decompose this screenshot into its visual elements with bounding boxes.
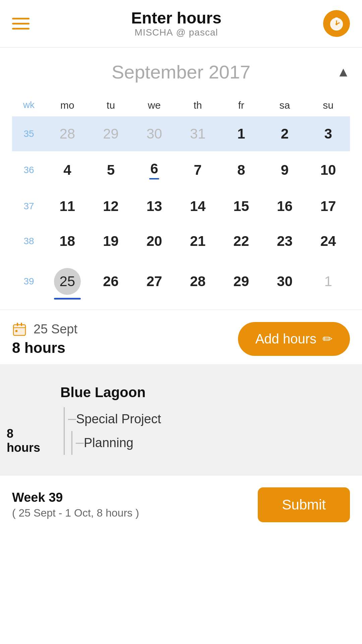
project-tree: Special Project Planning <box>64 407 350 455</box>
add-hours-label: Add hours <box>255 331 316 346</box>
day-cell-selected[interactable]: 25 <box>46 259 89 304</box>
day-cell[interactable]: 28 <box>46 116 89 151</box>
timer-button[interactable] <box>323 10 350 37</box>
day-cell[interactable]: 20 <box>132 224 176 259</box>
calendar-section: September 2017 ▲ wk mo tu we th fr sa su… <box>0 48 362 304</box>
col-header-su: su <box>306 100 350 116</box>
submit-button[interactable]: Submit <box>258 487 350 522</box>
svg-rect-10 <box>21 323 22 326</box>
col-header-mo: mo <box>46 100 89 116</box>
user-name: MISCHA <box>135 27 173 38</box>
week-number-38[interactable]: 38 <box>12 224 46 259</box>
day-cell[interactable]: 11 <box>46 189 89 224</box>
header-title-block: Enter hours MISCHA @ pascal <box>131 9 221 38</box>
user-subtitle: MISCHA @ pascal <box>131 27 221 38</box>
calendar-small-icon <box>12 322 27 337</box>
day-cell[interactable]: 10 <box>306 151 350 189</box>
submit-label: Submit <box>282 497 326 513</box>
day-cell[interactable]: 2 <box>263 116 307 151</box>
collapse-calendar-button[interactable]: ▲ <box>337 65 350 78</box>
col-header-tu: tu <box>89 100 133 116</box>
svg-rect-2 <box>335 17 338 19</box>
day-cell[interactable]: 12 <box>89 189 133 224</box>
date-info-bar: 25 Sept 8 hours Add hours ✏ <box>0 310 362 364</box>
col-header-wk: wk <box>12 100 46 116</box>
day-cell[interactable]: 15 <box>220 189 263 224</box>
svg-rect-8 <box>13 327 25 328</box>
app-header: Enter hours MISCHA @ pascal <box>0 0 362 48</box>
project-name: pascal <box>189 27 218 38</box>
menu-button[interactable] <box>12 18 29 30</box>
day-cell[interactable]: 24 <box>306 224 350 259</box>
day-cell[interactable]: 13 <box>132 189 176 224</box>
task-tree: Planning <box>71 431 350 455</box>
day-cell[interactable]: 30 <box>132 116 176 151</box>
day-cell[interactable]: 17 <box>306 189 350 224</box>
day-cell[interactable]: 26 <box>89 259 133 304</box>
day-cell[interactable]: 5 <box>89 151 133 189</box>
week-number-39[interactable]: 39 <box>12 259 46 304</box>
date-left-info: 25 Sept 8 hours <box>12 322 77 356</box>
month-header: September 2017 ▲ <box>12 61 350 83</box>
project-section: 8 hours Blue Lagoon Special Project Plan… <box>0 364 362 475</box>
week-number-35[interactable]: 35 <box>12 116 46 151</box>
day-cell[interactable]: 23 <box>263 224 307 259</box>
day-cell[interactable]: 1 <box>306 259 350 304</box>
svg-rect-9 <box>17 323 18 326</box>
day-cell[interactable]: 9 <box>263 151 307 189</box>
day-cell[interactable]: 22 <box>220 224 263 259</box>
project-name[interactable]: Blue Lagoon <box>60 384 350 400</box>
svg-rect-6 <box>13 325 25 335</box>
day-cell[interactable]: 29 <box>220 259 263 304</box>
day-cell[interactable]: 3 <box>306 116 350 151</box>
svg-point-5 <box>336 23 338 25</box>
page-title: Enter hours <box>131 9 221 27</box>
footer-bar: Week 39 ( 25 Sept - 1 Oct, 8 hours ) Sub… <box>0 475 362 534</box>
day-cell[interactable]: 21 <box>176 224 220 259</box>
day-cell[interactable]: 4 <box>46 151 89 189</box>
day-cell[interactable]: 8 <box>220 151 263 189</box>
week-range: ( 25 Sept - 1 Oct, 8 hours ) <box>12 507 139 519</box>
day-cell[interactable]: 28 <box>176 259 220 304</box>
col-header-fr: fr <box>220 100 263 116</box>
at-symbol: @ <box>176 27 186 38</box>
project-hours-column: 8 hours <box>0 378 54 475</box>
add-hours-button[interactable]: Add hours ✏ <box>238 322 350 356</box>
month-label: September 2017 <box>112 61 250 83</box>
day-cell[interactable]: 18 <box>46 224 89 259</box>
day-cell[interactable]: 29 <box>89 116 133 151</box>
pencil-icon: ✏ <box>322 332 333 346</box>
day-cell[interactable]: 19 <box>89 224 133 259</box>
day-cell[interactable]: 7 <box>176 151 220 189</box>
week-info: Week 39 ( 25 Sept - 1 Oct, 8 hours ) <box>12 490 139 519</box>
col-header-th: th <box>176 100 220 116</box>
col-header-sa: sa <box>263 100 307 116</box>
date-label-row: 25 Sept <box>12 322 77 337</box>
selected-date-hours: 8 hours <box>12 339 77 356</box>
week-number-36[interactable]: 36 <box>12 151 46 189</box>
task-item[interactable]: Planning <box>76 431 350 455</box>
sub-project-item[interactable]: Special Project <box>68 407 350 431</box>
svg-rect-11 <box>15 330 17 332</box>
day-cell[interactable]: 16 <box>263 189 307 224</box>
day-cell[interactable]: 30 <box>263 259 307 304</box>
week-label: Week 39 <box>12 490 139 505</box>
day-cell[interactable]: 27 <box>132 259 176 304</box>
project-tree-column: Blue Lagoon Special Project Planning <box>54 378 362 475</box>
day-cell[interactable]: 1 <box>220 116 263 151</box>
timer-icon <box>328 15 345 32</box>
week-number-37[interactable]: 37 <box>12 189 46 224</box>
col-header-we: we <box>132 100 176 116</box>
selected-date-label: 25 Sept <box>34 322 77 336</box>
calendar-grid: wk mo tu we th fr sa su 35 28 29 30 31 1… <box>12 100 350 304</box>
project-hours-label: 8 hours <box>7 427 47 455</box>
day-cell[interactable]: 14 <box>176 189 220 224</box>
day-cell-today[interactable]: 6 <box>132 151 176 189</box>
day-cell[interactable]: 31 <box>176 116 220 151</box>
